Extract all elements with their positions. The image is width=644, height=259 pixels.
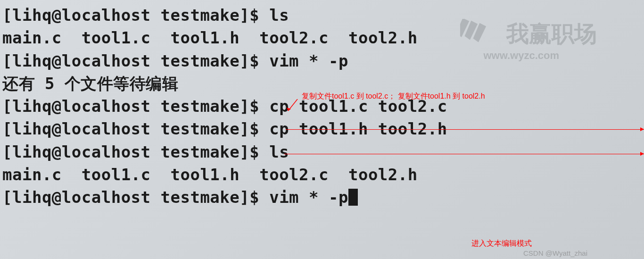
terminal-output: main.c tool1.c tool1.h tool2.c tool2.h	[2, 163, 644, 186]
arrow-right-icon	[640, 152, 644, 156]
terminal-line: [lihq@localhost testmake]$ ls	[2, 141, 644, 163]
arrow-right-icon	[640, 127, 644, 131]
csdn-watermark: CSDN @Wyatt_zhai	[523, 249, 587, 257]
terminal-line-active[interactable]: [lihq@localhost testmake]$ vim * -p	[2, 186, 644, 209]
arrow-icon	[286, 99, 300, 113]
watermark-logo-icon	[460, 19, 493, 47]
cursor-icon	[348, 189, 358, 206]
annotation-copy: 复制文件tool1.c 到 tool2.c； 复制文件tool1.h 到 too…	[302, 92, 485, 101]
underline-annotation	[284, 154, 644, 154]
watermark-text: 我赢职场	[506, 19, 597, 49]
annotation-vim: 进入文本编辑模式	[471, 239, 532, 249]
underline-annotation	[286, 129, 644, 130]
watermark-url: www.wyzc.com	[483, 50, 559, 62]
